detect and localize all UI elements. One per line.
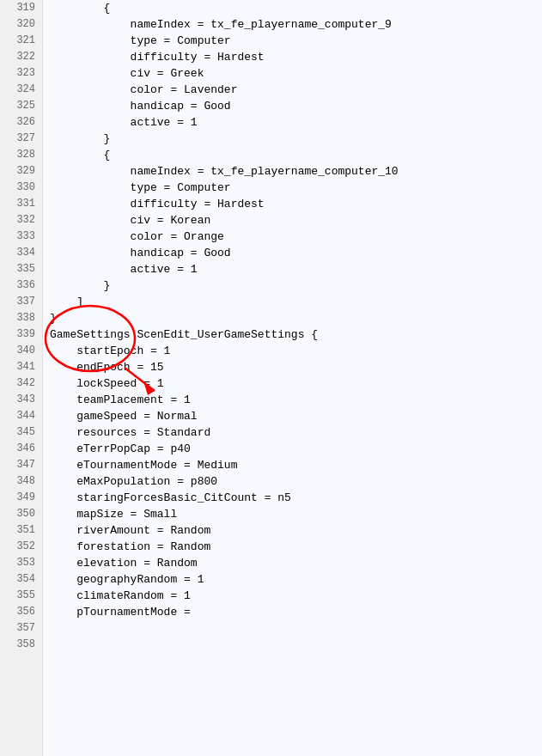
- code-line: civ = Korean: [43, 212, 542, 229]
- line-number: 336: [0, 277, 42, 294]
- line-number: 322: [0, 49, 42, 65]
- line-number: 328: [0, 147, 42, 163]
- code-line: teamPlacement = 1: [43, 392, 542, 408]
- line-number: 357: [0, 620, 42, 637]
- line-number: 339: [0, 326, 42, 343]
- code-line: type = Computer: [43, 180, 542, 196]
- code-line: pTournamentMode =: [43, 604, 542, 620]
- line-number: 337: [0, 294, 42, 310]
- line-number: 346: [0, 441, 42, 457]
- code-line: color = Orange: [43, 229, 542, 245]
- code-line: active = 1: [43, 114, 542, 131]
- line-number: 335: [0, 261, 42, 277]
- line-number: 354: [0, 571, 42, 588]
- code-line: nameIndex = tx_fe_playername_computer_10: [43, 163, 542, 180]
- code-line: gameSpeed = Normal: [43, 408, 542, 424]
- line-number: 334: [0, 245, 42, 261]
- line-number: 333: [0, 229, 42, 245]
- line-number: 355: [0, 588, 42, 604]
- line-number: 320: [0, 16, 42, 33]
- code-line: difficulty = Hardest: [43, 196, 542, 212]
- code-line: eTournamentMode = Medium: [43, 457, 542, 473]
- line-number: 340: [0, 343, 42, 359]
- line-number: 323: [0, 65, 42, 82]
- line-number: 343: [0, 392, 42, 408]
- line-number: 321: [0, 33, 42, 49]
- code-line: handicap = Good: [43, 98, 542, 114]
- code-line: }: [43, 277, 542, 294]
- line-number: 348: [0, 473, 42, 490]
- line-number: 347: [0, 457, 42, 473]
- line-number: 349: [0, 490, 42, 506]
- line-number: 350: [0, 506, 42, 522]
- code-line: }: [43, 131, 542, 147]
- code-line: geographyRandom = 1: [43, 571, 542, 588]
- line-number: 330: [0, 180, 42, 196]
- code-line: mapSize = Small: [43, 506, 542, 522]
- line-number: 356: [0, 604, 42, 620]
- code-line: elevation = Random: [43, 555, 542, 571]
- code-content[interactable]: { nameIndex = tx_fe_playername_computer_…: [43, 0, 542, 756]
- code-line: }: [43, 310, 542, 326]
- code-line: difficulty = Hardest: [43, 49, 542, 65]
- code-line: GameSettings ScenEdit_UserGameSettings {: [43, 326, 542, 343]
- line-numbers: 3193203213223233243253263273283293303313…: [0, 0, 43, 756]
- line-number: 341: [0, 359, 42, 375]
- line-number: 326: [0, 114, 42, 131]
- code-line: climateRandom = 1: [43, 588, 542, 604]
- code-line: eMaxPopulation = p800: [43, 473, 542, 490]
- line-number: 344: [0, 408, 42, 424]
- line-number: 329: [0, 163, 42, 180]
- code-line: color = Lavender: [43, 82, 542, 98]
- line-number: 358: [0, 637, 42, 653]
- line-number: 331: [0, 196, 42, 212]
- code-line: lockSpeed = 1: [43, 375, 542, 392]
- code-line: eTerrPopCap = p40: [43, 441, 542, 457]
- line-number: 353: [0, 555, 42, 571]
- code-line: startEpoch = 1: [43, 343, 542, 359]
- code-line: riverAmount = Random: [43, 522, 542, 539]
- code-line: {: [43, 0, 542, 16]
- line-number: 338: [0, 310, 42, 326]
- code-line: resources = Standard: [43, 424, 542, 441]
- line-number: 325: [0, 98, 42, 114]
- code-line: forestation = Random: [43, 539, 542, 555]
- code-line: {: [43, 147, 542, 163]
- code-line: staringForcesBasic_CitCount = n5: [43, 490, 542, 506]
- code-line: nameIndex = tx_fe_playername_computer_9: [43, 16, 542, 33]
- line-number: 319: [0, 0, 42, 16]
- code-line: active = 1: [43, 261, 542, 277]
- line-number: 345: [0, 424, 42, 441]
- code-line: ]: [43, 294, 542, 310]
- line-number: 332: [0, 212, 42, 229]
- line-number: 342: [0, 375, 42, 392]
- code-line: endEpoch = 15: [43, 359, 542, 375]
- line-number: 324: [0, 82, 42, 98]
- code-line: handicap = Good: [43, 245, 542, 261]
- line-number: 352: [0, 539, 42, 555]
- line-number: 351: [0, 522, 42, 539]
- code-container: 3193203213223233243253263273283293303313…: [0, 0, 542, 756]
- code-line: type = Computer: [43, 33, 542, 49]
- line-number: 327: [0, 131, 42, 147]
- code-line: civ = Greek: [43, 65, 542, 82]
